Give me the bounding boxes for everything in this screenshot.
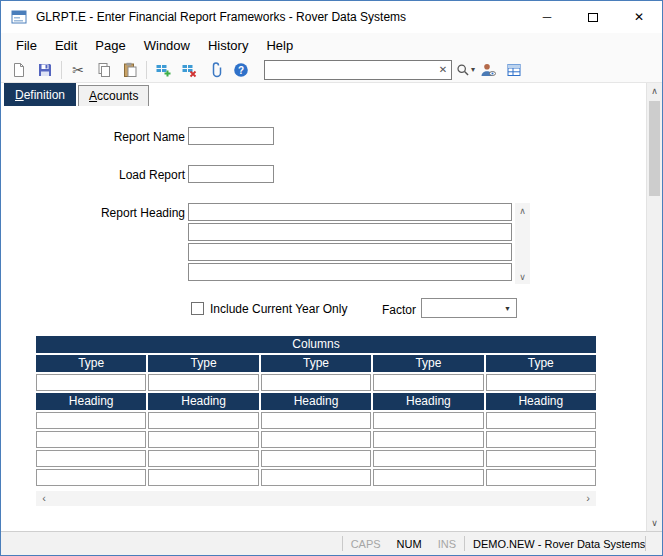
- maximize-button[interactable]: [570, 1, 616, 33]
- report-heading-input-2[interactable]: [188, 223, 512, 241]
- tab-strip: Definition Accounts: [1, 83, 646, 106]
- scrollbar-thumb[interactable]: [649, 101, 660, 196]
- heading-scroll-down-icon[interactable]: ∨: [515, 269, 530, 284]
- heading-input-r2c4[interactable]: [373, 431, 483, 448]
- heading-input-r2c1[interactable]: [36, 431, 146, 448]
- tab-definition[interactable]: Definition: [4, 83, 76, 106]
- search-clear-icon[interactable]: ✕: [435, 64, 451, 75]
- toolbar-separator: [61, 61, 62, 79]
- cut-button[interactable]: ✂: [65, 58, 91, 81]
- heading-input-r1c5[interactable]: [486, 412, 596, 429]
- heading-input-r1c3[interactable]: [261, 412, 371, 429]
- tab-accounts-label: Accounts: [89, 89, 138, 103]
- type-header-1: Type: [36, 355, 146, 372]
- help-button[interactable]: ?: [228, 58, 254, 81]
- scroll-down-icon[interactable]: ∨: [647, 515, 662, 531]
- insert-grid-icon: [155, 62, 171, 78]
- heading-input-r3c1[interactable]: [36, 450, 146, 467]
- save-button[interactable]: [32, 58, 58, 81]
- heading-input-r1c1[interactable]: [36, 412, 146, 429]
- search-input[interactable]: [265, 62, 435, 78]
- ins-indicator: INS: [430, 538, 464, 550]
- scroll-right-icon[interactable]: ›: [580, 491, 596, 506]
- attachment-icon: [207, 62, 223, 78]
- new-document-icon: [11, 62, 27, 78]
- scroll-up-icon[interactable]: ∧: [647, 83, 662, 99]
- caps-indicator: CAPS: [343, 538, 389, 550]
- type-input-4[interactable]: [373, 374, 483, 391]
- type-input-2[interactable]: [148, 374, 258, 391]
- menu-history[interactable]: History: [199, 35, 257, 56]
- type-input-3[interactable]: [261, 374, 371, 391]
- attachment-button[interactable]: [202, 58, 228, 81]
- type-input-1[interactable]: [36, 374, 146, 391]
- report-heading-input-4[interactable]: [188, 263, 512, 281]
- definition-page: Report Name Load Report Report Heading ∧…: [1, 106, 646, 531]
- heading-input-r3c3[interactable]: [261, 450, 371, 467]
- type-header-3: Type: [261, 355, 371, 372]
- minimize-button[interactable]: ─: [524, 1, 570, 33]
- heading-input-r3c2[interactable]: [148, 450, 258, 467]
- menu-file[interactable]: File: [7, 35, 46, 56]
- copy-button[interactable]: [91, 58, 117, 81]
- heading-input-r4c2[interactable]: [148, 469, 258, 486]
- svg-text:?: ?: [238, 64, 244, 75]
- copy-icon: [96, 62, 112, 78]
- menubar: File Edit Page Window History Help: [1, 33, 662, 57]
- include-current-year-checkbox[interactable]: [191, 302, 204, 315]
- heading-input-r3c5[interactable]: [486, 450, 596, 467]
- heading-input-r4c5[interactable]: [486, 469, 596, 486]
- paste-icon: [122, 62, 138, 78]
- type-header-5: Type: [486, 355, 596, 372]
- close-button[interactable]: ✕: [616, 1, 662, 33]
- columns-table: Columns Type Type Type Type Type Heading…: [36, 336, 596, 486]
- heading-input-r1c2[interactable]: [148, 412, 258, 429]
- search-icon: [456, 63, 470, 77]
- heading-input-r4c3[interactable]: [261, 469, 371, 486]
- toolbar-separator: [146, 61, 147, 79]
- heading-header-4: Heading: [373, 393, 483, 410]
- report-heading-label: Report Heading: [41, 206, 185, 220]
- scroll-left-icon[interactable]: ‹: [36, 491, 52, 506]
- help-icon: ?: [233, 62, 249, 78]
- menu-page[interactable]: Page: [86, 35, 134, 56]
- heading-input-r2c3[interactable]: [261, 431, 371, 448]
- factor-select[interactable]: ▼: [421, 298, 517, 318]
- heading-header-2: Heading: [148, 393, 258, 410]
- include-current-year-label[interactable]: Include Current Year Only: [210, 302, 347, 316]
- delete-grid-button[interactable]: [176, 58, 202, 81]
- window-vertical-scrollbar[interactable]: ∧ ∨: [646, 83, 662, 531]
- new-document-button[interactable]: [6, 58, 32, 81]
- report-heading-input-1[interactable]: [188, 203, 512, 221]
- table-view-button[interactable]: [501, 58, 527, 81]
- heading-input-r3c4[interactable]: [373, 450, 483, 467]
- heading-input-r1c4[interactable]: [373, 412, 483, 429]
- load-report-input[interactable]: [188, 165, 274, 183]
- paste-button[interactable]: [117, 58, 143, 81]
- type-header-4: Type: [373, 355, 483, 372]
- table-view-icon: [506, 62, 522, 78]
- report-heading-scrollbar[interactable]: ∧ ∨: [515, 203, 530, 284]
- user-lookup-button[interactable]: [475, 58, 501, 81]
- menu-window[interactable]: Window: [135, 35, 199, 56]
- menu-edit[interactable]: Edit: [46, 35, 86, 56]
- heading-input-r2c2[interactable]: [148, 431, 258, 448]
- num-indicator: NUM: [389, 538, 430, 550]
- tab-definition-label: Definition: [15, 88, 65, 102]
- type-input-5[interactable]: [486, 374, 596, 391]
- app-window: GLRPT.E - Enter Financial Report Framewo…: [0, 0, 663, 556]
- report-heading-input-3[interactable]: [188, 243, 512, 261]
- factor-dropdown-icon[interactable]: ▼: [499, 299, 516, 317]
- columns-horizontal-scrollbar[interactable]: ‹ ›: [36, 491, 596, 506]
- heading-input-r4c1[interactable]: [36, 469, 146, 486]
- heading-input-r2c5[interactable]: [486, 431, 596, 448]
- menu-help[interactable]: Help: [257, 35, 302, 56]
- search-button[interactable]: ▾: [456, 63, 475, 77]
- heading-scroll-up-icon[interactable]: ∧: [515, 203, 530, 218]
- report-name-input[interactable]: [188, 127, 274, 145]
- factor-label: Factor: [341, 303, 416, 317]
- heading-input-r4c4[interactable]: [373, 469, 483, 486]
- insert-grid-button[interactable]: [150, 58, 176, 81]
- tab-accounts[interactable]: Accounts: [78, 85, 149, 106]
- scrollbar-track[interactable]: [647, 99, 662, 515]
